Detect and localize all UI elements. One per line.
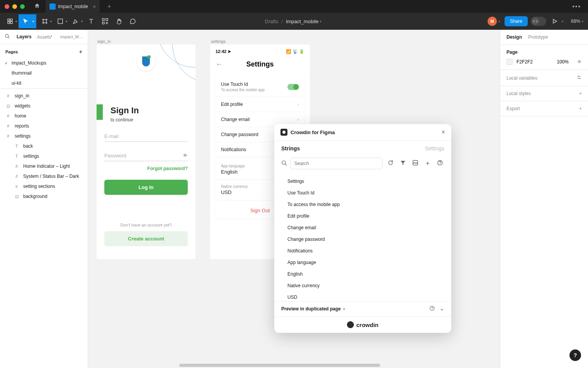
add-icon[interactable]: + (579, 91, 582, 96)
chevron-down-icon[interactable]: ▾ (320, 20, 321, 23)
page-crumb[interactable]: impact_M… (60, 34, 83, 39)
shape-tool-button[interactable] (53, 14, 67, 28)
string-item[interactable]: Change password (274, 233, 451, 245)
plugin-brand[interactable]: crowdin (274, 316, 451, 333)
tab-prototype[interactable]: Prototype (528, 34, 548, 40)
add-icon[interactable]: + (423, 160, 432, 168)
export-label: Export (506, 106, 520, 111)
chevron-down-icon[interactable]: ▾ (562, 20, 563, 23)
layer-item[interactable]: Tback (0, 141, 88, 151)
help-fab-button[interactable]: ? (569, 349, 581, 361)
strings-list: Settings Use Touch Id To access the mobi… (274, 173, 451, 301)
breadcrumb[interactable]: Drafts / Impact_mobile ▾ (265, 19, 323, 24)
string-item[interactable]: To access the mobile app (274, 199, 451, 210)
zoom-level[interactable]: 68% (571, 19, 580, 24)
layer-item[interactable]: #Home Indicator – Light (0, 161, 88, 171)
chevron-down-icon[interactable]: ▾ (582, 20, 583, 23)
close-window-button[interactable] (5, 4, 9, 9)
refresh-icon[interactable] (386, 160, 395, 167)
hand-tool-button[interactable] (112, 14, 126, 28)
string-item[interactable]: English (274, 268, 451, 280)
dev-mode-toggle[interactable] (531, 17, 546, 26)
string-item[interactable]: Edit profile (274, 210, 451, 222)
move-tool-button[interactable] (19, 14, 32, 28)
plugin-header[interactable]: Crowdin for Figma × (274, 124, 451, 141)
visibility-icon[interactable]: 👁 (577, 59, 582, 65)
preview-mode-selector[interactable]: Preview in duplicated page (281, 306, 341, 312)
home-icon[interactable] (34, 3, 40, 10)
sign-in-frame[interactable]: Sign In to continue E-mail Password👁 For… (97, 44, 195, 259)
background-color-row[interactable]: F2F2F2 100% 👁 (506, 59, 582, 65)
filter-icon[interactable] (399, 160, 407, 167)
layer-item[interactable]: #sign_in (0, 91, 88, 101)
tab-settings[interactable]: Settings (425, 145, 444, 152)
horizontal-scrollbar[interactable] (178, 364, 500, 367)
app-menu-icon[interactable]: ••• (572, 3, 581, 10)
scrollbar-thumb[interactable] (179, 364, 380, 367)
page-item[interactable]: thumnnail (0, 68, 88, 78)
text-tool-button[interactable] (84, 14, 98, 28)
string-item[interactable]: Change email (274, 222, 451, 233)
search-icon[interactable] (281, 160, 287, 167)
string-item[interactable]: Notifications (274, 245, 451, 257)
color-swatch[interactable] (506, 59, 513, 65)
minimize-window-button[interactable] (12, 4, 17, 9)
chevron-down-icon[interactable]: ⌄ (440, 305, 444, 312)
close-tab-icon[interactable]: × (93, 3, 96, 10)
brand-text: crowdin (356, 322, 379, 328)
frame-tool-button[interactable] (38, 14, 52, 28)
page-item[interactable]: ✓impact_Mockups (0, 58, 88, 68)
string-item[interactable]: App language (274, 257, 451, 268)
layer-item[interactable]: ⊡background (0, 191, 88, 201)
chevron-down-icon[interactable]: ▾ (343, 307, 345, 311)
string-item[interactable]: Settings (274, 175, 451, 187)
user-avatar[interactable]: M (488, 17, 497, 26)
resources-tool-button[interactable] (98, 14, 112, 28)
new-tab-button[interactable]: + (107, 3, 111, 10)
layer-item[interactable]: #settings (0, 131, 88, 141)
tab-assets[interactable]: Assets• (37, 34, 52, 40)
color-opacity[interactable]: 100% (557, 59, 569, 65)
tab-design[interactable]: Design (506, 34, 522, 40)
search-input[interactable] (290, 158, 382, 169)
maximize-window-button[interactable] (20, 4, 25, 9)
pages-section-header: Pages + (0, 44, 88, 58)
chevron-down-icon[interactable]: ▾ (32, 14, 36, 28)
present-button[interactable] (549, 14, 560, 28)
breadcrumb-parent[interactable]: Drafts (265, 19, 279, 24)
string-item[interactable]: USD (274, 291, 451, 301)
layer-item[interactable]: ≡setting sections (0, 181, 88, 191)
add-page-button[interactable]: + (79, 49, 82, 55)
file-tab[interactable]: Impact_mobile × (46, 0, 100, 13)
image-icon[interactable] (411, 160, 420, 167)
layer-item[interactable]: #reports (0, 121, 88, 131)
breadcrumb-current[interactable]: Impact_mobile (286, 19, 319, 24)
chevron-down-icon[interactable]: ▾ (498, 20, 500, 23)
settings-icon[interactable] (576, 75, 582, 81)
search-icon[interactable] (5, 34, 10, 40)
tab-layers[interactable]: Layers (17, 34, 32, 39)
layer-item[interactable]: #home (0, 111, 88, 121)
close-icon[interactable]: × (442, 129, 445, 136)
layer-item[interactable]: Tsettings (0, 151, 88, 161)
svg-rect-1 (58, 19, 63, 24)
figma-file-icon (49, 3, 56, 10)
frame-icon: # (14, 174, 19, 179)
string-item[interactable]: Use Touch Id (274, 187, 451, 199)
layer-item[interactable]: ⊡widgets (0, 101, 88, 111)
help-icon[interactable] (429, 305, 435, 312)
pen-tool-button[interactable] (69, 14, 83, 28)
frame-label[interactable]: settings (211, 39, 226, 44)
page-item[interactable]: ui-kit (0, 78, 88, 88)
left-panel-tabs: Layers Assets• impact_M… (0, 30, 88, 44)
comment-tool-button[interactable] (126, 14, 140, 28)
tab-strings[interactable]: Strings (281, 145, 300, 152)
color-hex[interactable]: F2F2F2 (517, 59, 533, 65)
string-item[interactable]: Native currency (274, 280, 451, 291)
frame-label[interactable]: sign_in (97, 39, 111, 44)
share-button[interactable]: Share (505, 16, 528, 26)
main-menu-button[interactable] (3, 14, 17, 28)
add-icon[interactable]: + (579, 106, 582, 111)
layer-item[interactable]: #System / Status Bar – Dark (0, 171, 88, 181)
help-icon[interactable] (436, 160, 444, 167)
